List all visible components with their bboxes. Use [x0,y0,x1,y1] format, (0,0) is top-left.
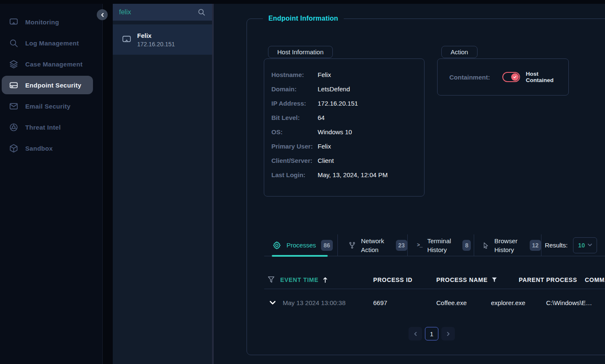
envelope-icon [9,101,19,111]
host-field-row: Last Login:May, 13, 2024, 12:04 PM [271,171,424,186]
terminal-icon: >_ [417,242,422,248]
tab-label: Processes [287,241,316,250]
sidebar-item-label: Threat Intel [25,124,61,131]
tab-count-badge: 8 [462,240,471,251]
target-icon [9,122,19,132]
chevron-right-icon [446,331,451,337]
magnifier-icon [9,38,19,48]
cell-parent-process: explorer.exe [491,299,546,306]
sidebar-item-threat-intel[interactable]: Threat Intel [2,118,93,136]
monitor-icon [9,17,19,27]
field-label: OS: [271,128,318,136]
cell-process-name: Coffee.exe [436,299,491,306]
top-strip [0,0,605,4]
tab-network-action[interactable]: Network Action 23 [337,234,407,256]
sidebar-item-sandbox[interactable]: Sandbox [2,139,93,157]
cell-event-time: May 13 2024 13:00:38 [264,299,373,306]
column-label: PARENT PROCESS [519,276,577,283]
table-row[interactable]: May 13 2024 13:00:38 6697 Coffee.exe exp… [264,290,605,316]
host-result-item[interactable]: Felix 172.16.20.151 [113,24,212,55]
prev-page-button[interactable] [409,327,422,340]
gear-icon [272,241,281,250]
field-value: Felix [318,71,331,78]
sidebar-item-email-security[interactable]: Email Security [2,97,93,115]
chevron-left-icon [413,331,418,337]
column-process-name[interactable]: PROCESS NAME [436,276,519,283]
sidebar-item-endpoint-security[interactable]: Endpoint Security [2,76,93,94]
column-label: PROCESS ID [373,276,412,283]
results-label: Results: [545,242,568,249]
field-label: Domain: [271,85,318,93]
column-parent-process[interactable]: PARENT PROCESS [519,276,585,283]
layers-icon [9,59,19,69]
chevron-left-icon [99,12,106,18]
sidebar-item-label: Log Management [25,40,79,47]
column-label: PROCESS NAME [436,276,488,283]
results-per-page: Results: 10 [541,234,605,256]
host-result-text: Felix 172.16.20.151 [137,32,175,48]
containment-status-label: Host Contained [526,71,563,83]
column-label: COMMAND LINE [585,276,605,283]
host-result-name: Felix [137,32,175,39]
page-1-button[interactable]: 1 [425,327,438,340]
field-value: LetsDefend [318,85,350,93]
network-fork-icon [348,242,356,249]
results-count-dropdown[interactable]: 10 [573,237,597,253]
next-page-button[interactable] [441,327,455,340]
field-label: Primary User: [271,143,318,150]
filter-funnel-filled-icon[interactable] [491,277,497,283]
search-box [113,4,212,21]
cube-icon [9,143,19,153]
tab-browser-history[interactable]: Browser History 12 [474,234,541,256]
field-label: IP Address: [271,100,318,107]
sidebar-item-case-management[interactable]: Case Management [2,55,93,73]
tab-label: Terminal History [427,236,457,254]
field-label: Hostname: [271,71,318,78]
tab-processes[interactable]: Processes 86 [264,234,337,256]
host-field-row: Domain:LetsDefend [271,85,424,100]
sidebar-item-label: Endpoint Security [25,82,81,89]
host-field-row: Primary User:Felix [271,143,424,157]
sidebar-item-label: Monitoring [25,19,59,26]
tab-label: Network Action [361,236,391,254]
column-process-id[interactable]: PROCESS ID [373,276,436,283]
sidebar-item-log-management[interactable]: Log Management [2,34,93,52]
endpoint-device-icon [9,80,19,90]
action-card: Containment: Host Contained [437,58,569,96]
containment-toggle[interactable] [502,72,520,82]
field-value: 172.16.20.151 [318,100,358,107]
field-label: Bit Level: [271,114,318,121]
pagination: 1 [409,327,455,340]
toggle-knob [511,73,519,81]
chevron-down-icon [588,244,592,247]
host-field-row: Bit Level:64 [271,114,424,128]
tab-terminal-history[interactable]: >_ Terminal History 8 [407,234,474,256]
host-field-row: IP Address:172.16.20.151 [271,100,424,114]
field-value: Felix [318,143,331,150]
sort-asc-icon [322,276,328,283]
column-command-line[interactable]: COMMAND LINE [585,276,605,283]
tab-label: Browser History [494,236,525,254]
expand-chevron-down-icon[interactable] [269,300,276,305]
field-label: Last Login: [271,171,318,178]
sidebar-collapse-button[interactable] [97,9,108,20]
column-event-time[interactable]: EVENT TIME [264,276,373,283]
containment-label: Containment: [449,74,490,81]
host-search-input[interactable] [113,4,193,21]
field-label: Client/Server: [271,157,318,164]
sidebar: Monitoring Log Management Case Managemen… [0,0,103,364]
table-header: EVENT TIME PROCESS ID PROCESS NAME PAREN… [264,271,605,289]
sidebar-item-label: Sandbox [25,145,53,152]
section-title: Endpoint Information [263,15,344,22]
field-value: 64 [318,114,325,121]
host-field-row: Client/Server:Client [271,157,424,171]
tab-count-badge: 12 [530,240,541,251]
sidebar-item-label: Email Security [25,103,71,110]
search-icon[interactable] [197,8,206,16]
cell-command-line: C:\Windows\E… [546,299,597,306]
host-information-tab: Host Information [268,46,333,58]
sidebar-item-monitoring[interactable]: Monitoring [2,13,93,31]
detail-tabs: Processes 86 Network Action 23 >_ Te [264,234,605,256]
app-root: Monitoring Log Management Case Managemen… [0,0,605,364]
monitor-icon [122,35,132,45]
